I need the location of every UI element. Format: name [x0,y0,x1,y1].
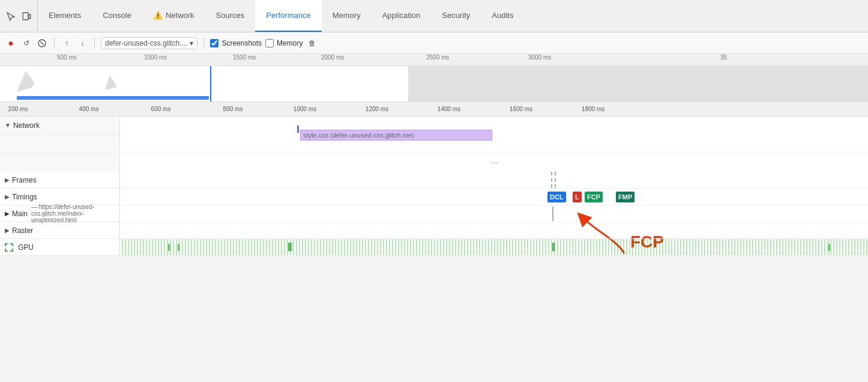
tracks-right-panel: DCL L FCP FMP [120,172,868,256]
overview-tick-1000: 1000 ms [144,54,167,61]
memory-checkbox-label[interactable]: Memory [265,39,303,47]
raster-track-label[interactable]: ▶ Raster [0,222,119,239]
ruler-800: 800 ms [223,106,243,112]
ruler-200: 200 ms [8,106,28,112]
ruler-1600: 1600 ms [510,106,532,112]
overview-tick-2000: 2000 ms [321,54,344,61]
network-item-row [0,135,119,154]
l-badge: L [573,192,582,202]
screenshots-checkbox[interactable] [210,39,219,47]
tab-application[interactable]: Application [372,0,432,32]
overview-chart [0,66,868,102]
tab-performance[interactable]: Performance [255,0,321,32]
tab-sources[interactable]: Sources [205,0,256,32]
raster-collapse-icon: ▶ [5,227,10,234]
screenshots-checkbox-label[interactable]: Screenshots [210,39,262,47]
performance-toolbar: ● ↺ ↑ ↓ defer-unused-css.glitch.... ▾ Sc… [0,32,868,54]
trash-button[interactable]: 🗑 [306,37,318,49]
reload-button[interactable]: ↺ [20,37,32,49]
ruler-1400: 1400 ms [438,106,460,112]
timeline-ruler: 200 ms 400 ms 600 ms 800 ms 1000 ms 1200… [0,102,868,117]
device-icon[interactable] [20,10,32,22]
tab-bar: Elements Console ⚠️ Network Sources Perf… [0,0,868,32]
ruler-600: 600 ms [151,106,171,112]
main-play-icon: ▶ [5,210,10,217]
download-button[interactable]: ↓ [76,37,88,49]
tab-console[interactable]: Console [92,0,142,32]
tab-elements[interactable]: Elements [38,0,92,32]
divider-3 [203,37,204,49]
tracks-left-panel: ▶ Frames ▶ Timings ▶ Main — https://defe… [0,172,120,256]
warning-icon: ⚠️ [153,11,163,20]
tab-security[interactable]: Security [431,0,481,32]
tracks-section: ▶ Frames ▶ Timings ▶ Main — https://defe… [0,172,868,256]
frames-track-row [120,172,868,189]
overview-tick-35: 35 [720,54,727,61]
left-label-panel: ▼ Network [0,117,120,172]
cursor-icon[interactable] [5,10,17,22]
ruler-400: 400 ms [79,106,99,112]
fcp-badge: FCP [585,192,603,202]
profile-selector[interactable]: defer-unused-css.glitch.... ▾ [101,37,197,49]
svg-rect-1 [29,14,31,19]
ruler-1200: 1200 ms [366,106,388,112]
overview-tick-1500: 1500 ms [233,54,256,61]
tracks-row: ▶ Frames ▶ Timings ▶ Main — https://defe… [0,172,868,256]
overview-tick-3000: 3000 ms [528,54,551,61]
divider-1 [54,37,55,49]
main-track-row: FCP [120,205,868,222]
tab-audits[interactable]: Audits [481,0,524,32]
frames-track-label[interactable]: ▶ Frames [0,172,119,189]
more-dots: ··· [490,157,498,167]
memory-checkbox[interactable] [265,39,274,47]
svg-rect-0 [23,13,28,20]
timeline-overview: 500 ms 1000 ms 1500 ms 2000 ms 2500 ms 3… [0,54,868,102]
dcl-badge: DCL [547,192,566,202]
fmp-badge: FMP [616,192,634,202]
css-resource-bar[interactable]: style.css (defer-unused-css.glitch.me) [300,130,492,141]
devtools-icons [0,0,38,32]
overview-tick-500: 500 ms [57,54,77,61]
network-timeline-panel: style.css (defer-unused-css.glitch.me) ·… [120,117,868,172]
divider-2 [94,37,95,49]
tab-network[interactable]: ⚠️ Network [142,0,205,32]
timings-track-row: DCL L FCP FMP [120,189,868,205]
network-section-header[interactable]: ▼ Network [0,117,119,135]
ruler-1800: 1800 ms [582,106,604,112]
stop-button[interactable] [36,37,48,49]
tab-memory[interactable]: Memory [322,0,372,32]
upload-button[interactable]: ↑ [61,37,73,49]
gpu-track-row [120,239,868,256]
gpu-track-label[interactable]: GPU [0,239,119,256]
overview-tick-2500: 2500 ms [426,54,449,61]
record-button[interactable]: ● [5,37,17,49]
dropdown-arrow-icon: ▾ [190,39,193,47]
frames-collapse-icon: ▶ [5,177,10,183]
svg-line-3 [40,41,44,45]
ruler-1000: 1000 ms [294,106,316,112]
raster-track-row [120,222,868,239]
network-collapse-icon: ▼ [5,122,11,129]
main-track-label[interactable]: ▶ Main — https://defer-unused-css.glitch… [0,205,119,222]
timings-track-label[interactable]: ▶ Timings [0,189,119,205]
gpu-dashed-icon [5,243,13,252]
timings-collapse-icon: ▶ [5,193,10,200]
